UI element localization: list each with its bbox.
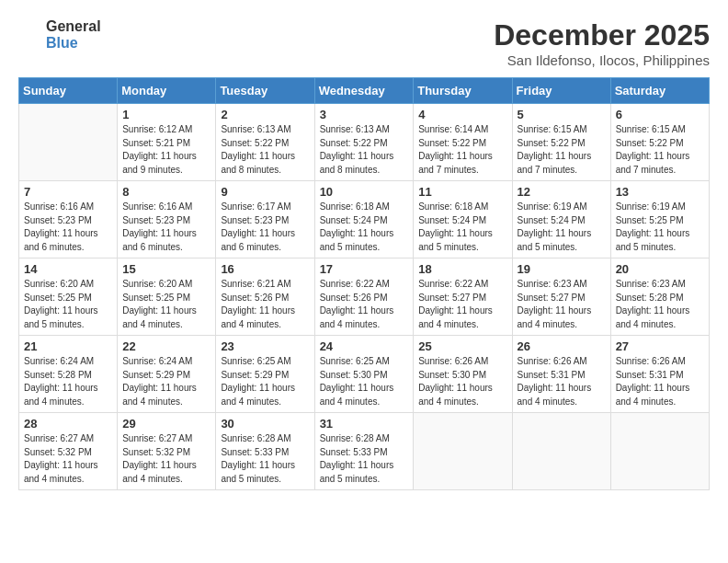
day-info: Sunrise: 6:25 AMSunset: 5:29 PMDaylight:… — [221, 355, 309, 408]
calendar-cell: 9Sunrise: 6:17 AMSunset: 5:23 PMDaylight… — [216, 181, 314, 259]
calendar-cell: 30Sunrise: 6:28 AMSunset: 5:33 PMDayligh… — [216, 413, 314, 490]
day-number: 11 — [418, 185, 506, 199]
calendar-cell: 4Sunrise: 6:14 AMSunset: 5:22 PMDaylight… — [414, 104, 512, 181]
day-number: 19 — [518, 262, 606, 276]
calendar-cell: 1Sunrise: 6:12 AMSunset: 5:21 PMDaylight… — [118, 104, 216, 181]
day-number: 8 — [122, 185, 210, 199]
day-info: Sunrise: 6:16 AMSunset: 5:23 PMDaylight:… — [24, 201, 112, 254]
day-info: Sunrise: 6:26 AMSunset: 5:30 PMDaylight:… — [418, 355, 506, 408]
day-info: Sunrise: 6:22 AMSunset: 5:26 PMDaylight:… — [320, 278, 409, 331]
day-number: 27 — [616, 339, 704, 353]
day-info: Sunrise: 6:27 AMSunset: 5:32 PMDaylight:… — [24, 432, 112, 486]
day-number: 13 — [616, 185, 704, 199]
logo-line2: Blue — [46, 35, 101, 52]
day-number: 24 — [320, 339, 409, 353]
day-number: 25 — [418, 339, 506, 353]
day-info: Sunrise: 6:23 AMSunset: 5:28 PMDaylight:… — [616, 278, 704, 331]
logo-line1: General — [46, 18, 101, 35]
day-number: 28 — [24, 417, 112, 431]
day-number: 29 — [122, 417, 210, 431]
calendar-cell: 29Sunrise: 6:27 AMSunset: 5:32 PMDayligh… — [118, 413, 216, 490]
day-info: Sunrise: 6:20 AMSunset: 5:25 PMDaylight:… — [122, 278, 210, 331]
day-info: Sunrise: 6:17 AMSunset: 5:23 PMDaylight:… — [221, 201, 309, 254]
day-number: 21 — [24, 339, 112, 353]
day-info: Sunrise: 6:19 AMSunset: 5:24 PMDaylight:… — [518, 201, 606, 254]
day-number: 6 — [616, 108, 704, 121]
calendar-cell: 26Sunrise: 6:26 AMSunset: 5:31 PMDayligh… — [512, 336, 610, 413]
day-number: 4 — [418, 108, 506, 121]
day-number: 7 — [24, 185, 112, 199]
calendar-cell: 27Sunrise: 6:26 AMSunset: 5:31 PMDayligh… — [610, 336, 709, 413]
calendar-week-2: 7Sunrise: 6:16 AMSunset: 5:23 PMDaylight… — [19, 181, 710, 259]
month-title: December 2025 — [494, 18, 710, 52]
calendar-week-5: 28Sunrise: 6:27 AMSunset: 5:32 PMDayligh… — [19, 413, 710, 490]
day-info: Sunrise: 6:27 AMSunset: 5:32 PMDaylight:… — [122, 432, 210, 486]
day-info: Sunrise: 6:25 AMSunset: 5:30 PMDaylight:… — [320, 355, 409, 408]
calendar-cell: 6Sunrise: 6:15 AMSunset: 5:22 PMDaylight… — [610, 104, 709, 181]
day-info: Sunrise: 6:18 AMSunset: 5:24 PMDaylight:… — [320, 201, 409, 254]
calendar-week-3: 14Sunrise: 6:20 AMSunset: 5:25 PMDayligh… — [19, 259, 710, 336]
calendar-week-4: 21Sunrise: 6:24 AMSunset: 5:28 PMDayligh… — [19, 336, 710, 413]
calendar-cell: 31Sunrise: 6:28 AMSunset: 5:33 PMDayligh… — [314, 413, 414, 490]
calendar-table: SundayMondayTuesdayWednesdayThursdayFrid… — [18, 77, 710, 490]
calendar-cell — [414, 413, 512, 490]
day-info: Sunrise: 6:24 AMSunset: 5:28 PMDaylight:… — [24, 355, 112, 408]
day-info: Sunrise: 6:12 AMSunset: 5:21 PMDaylight:… — [122, 123, 210, 177]
location-title: San Ildefonso, Ilocos, Philippines — [494, 52, 710, 68]
day-number: 1 — [122, 108, 210, 121]
weekday-header-friday: Friday — [512, 78, 610, 104]
weekday-header-monday: Monday — [118, 78, 216, 104]
day-info: Sunrise: 6:19 AMSunset: 5:25 PMDaylight:… — [616, 201, 704, 254]
calendar-cell — [512, 413, 610, 490]
calendar-cell: 20Sunrise: 6:23 AMSunset: 5:28 PMDayligh… — [610, 259, 709, 336]
day-number: 22 — [122, 339, 210, 353]
day-info: Sunrise: 6:23 AMSunset: 5:27 PMDaylight:… — [518, 278, 606, 331]
day-number: 18 — [418, 262, 506, 276]
calendar-cell — [19, 104, 118, 181]
calendar-cell: 18Sunrise: 6:22 AMSunset: 5:27 PMDayligh… — [414, 259, 512, 336]
day-number: 26 — [518, 339, 606, 353]
day-info: Sunrise: 6:13 AMSunset: 5:22 PMDaylight:… — [320, 123, 409, 177]
day-number: 2 — [221, 108, 309, 121]
calendar-cell: 28Sunrise: 6:27 AMSunset: 5:32 PMDayligh… — [19, 413, 118, 490]
day-info: Sunrise: 6:24 AMSunset: 5:29 PMDaylight:… — [122, 355, 210, 408]
calendar-cell: 2Sunrise: 6:13 AMSunset: 5:22 PMDaylight… — [216, 104, 314, 181]
calendar-cell: 12Sunrise: 6:19 AMSunset: 5:24 PMDayligh… — [512, 181, 610, 259]
day-number: 15 — [122, 262, 210, 276]
calendar-cell: 14Sunrise: 6:20 AMSunset: 5:25 PMDayligh… — [19, 259, 118, 336]
day-info: Sunrise: 6:28 AMSunset: 5:33 PMDaylight:… — [320, 432, 409, 486]
calendar-cell: 19Sunrise: 6:23 AMSunset: 5:27 PMDayligh… — [512, 259, 610, 336]
day-info: Sunrise: 6:14 AMSunset: 5:22 PMDaylight:… — [418, 123, 506, 177]
day-number: 20 — [616, 262, 704, 276]
day-info: Sunrise: 6:20 AMSunset: 5:25 PMDaylight:… — [24, 278, 112, 331]
calendar-cell: 17Sunrise: 6:22 AMSunset: 5:26 PMDayligh… — [314, 259, 414, 336]
weekday-header-row: SundayMondayTuesdayWednesdayThursdayFrid… — [19, 78, 710, 104]
calendar-cell: 13Sunrise: 6:19 AMSunset: 5:25 PMDayligh… — [610, 181, 709, 259]
day-info: Sunrise: 6:22 AMSunset: 5:27 PMDaylight:… — [418, 278, 506, 331]
logo: General Blue General Blue — [18, 18, 101, 51]
day-number: 30 — [221, 417, 309, 431]
weekday-header-sunday: Sunday — [19, 78, 118, 104]
calendar-week-1: 1Sunrise: 6:12 AMSunset: 5:21 PMDaylight… — [19, 104, 710, 181]
weekday-header-saturday: Saturday — [610, 78, 709, 104]
day-info: Sunrise: 6:13 AMSunset: 5:22 PMDaylight:… — [221, 123, 309, 177]
calendar-cell: 11Sunrise: 6:18 AMSunset: 5:24 PMDayligh… — [414, 181, 512, 259]
day-info: Sunrise: 6:26 AMSunset: 5:31 PMDaylight:… — [616, 355, 704, 408]
day-number: 23 — [221, 339, 309, 353]
title-section: December 2025 San Ildefonso, Ilocos, Phi… — [494, 18, 710, 68]
calendar-cell: 15Sunrise: 6:20 AMSunset: 5:25 PMDayligh… — [118, 259, 216, 336]
weekday-header-thursday: Thursday — [414, 78, 512, 104]
calendar-cell: 5Sunrise: 6:15 AMSunset: 5:22 PMDaylight… — [512, 104, 610, 181]
day-info: Sunrise: 6:15 AMSunset: 5:22 PMDaylight:… — [518, 123, 606, 177]
calendar-cell: 25Sunrise: 6:26 AMSunset: 5:30 PMDayligh… — [414, 336, 512, 413]
day-info: Sunrise: 6:28 AMSunset: 5:33 PMDaylight:… — [221, 432, 309, 486]
day-info: Sunrise: 6:18 AMSunset: 5:24 PMDaylight:… — [418, 201, 506, 254]
weekday-header-tuesday: Tuesday — [216, 78, 314, 104]
day-number: 31 — [320, 417, 409, 431]
day-info: Sunrise: 6:16 AMSunset: 5:23 PMDaylight:… — [122, 201, 210, 254]
calendar-cell — [610, 413, 709, 490]
day-number: 3 — [320, 108, 409, 121]
day-number: 9 — [221, 185, 309, 199]
calendar-cell: 24Sunrise: 6:25 AMSunset: 5:30 PMDayligh… — [314, 336, 414, 413]
calendar-cell: 22Sunrise: 6:24 AMSunset: 5:29 PMDayligh… — [118, 336, 216, 413]
